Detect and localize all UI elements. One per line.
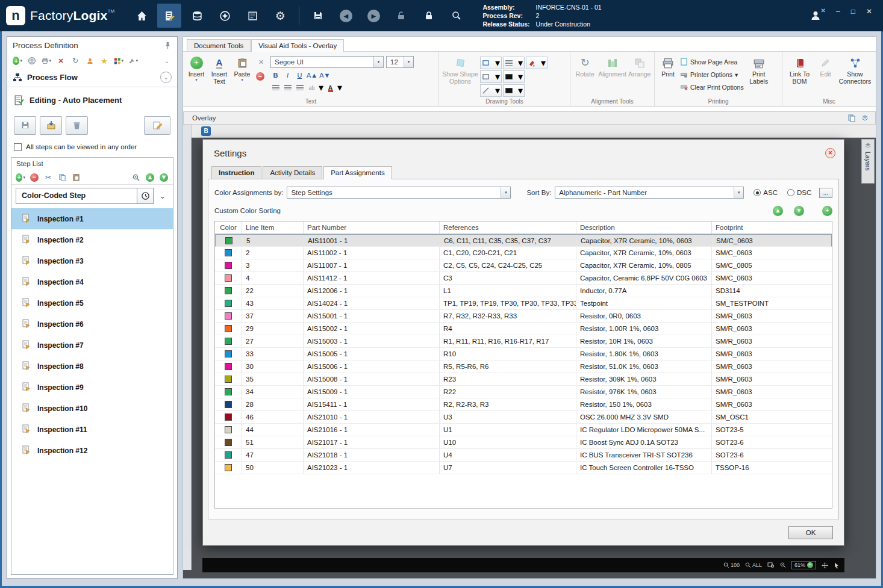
ok-button[interactable]: OK (788, 526, 833, 539)
font-family-select[interactable]: Segoe UI ▾ (270, 56, 384, 68)
table-row[interactable]: 28AIS15411 - 1R2, R2-R3, R3Resistor, 150… (215, 398, 832, 411)
tab-activity-details[interactable]: Activity Details (263, 166, 322, 179)
table-row[interactable]: 37AIS15001 - 1R7, R32, R32-R33, R33Resis… (215, 310, 832, 323)
delete-button[interactable]: ✕ (56, 56, 66, 66)
edit-button[interactable]: Edit (815, 54, 837, 78)
insert-button[interactable]: + Insert ▾ (186, 54, 207, 82)
table-row[interactable]: 27AIS15003 - 1R1, R11, R11, R16, R16-R17… (215, 335, 832, 348)
copy-step-button[interactable] (57, 173, 67, 182)
line-style-select[interactable]: ▾ (480, 84, 502, 97)
table-row[interactable]: 2AIS11002 - 1C1, C20, C20-C21, C21Capaci… (215, 247, 832, 259)
palette-button[interactable]: ▾ (114, 56, 123, 66)
table-row[interactable]: 46AIS21010 - 1U3OSC 26.000 MHZ 3.3V SMDS… (215, 411, 832, 424)
arrange-button[interactable]: Arrange (628, 54, 652, 78)
column-header-part-number[interactable]: Part Number (304, 221, 440, 234)
pin-icon[interactable] (164, 42, 172, 49)
step-item[interactable]: Inspection #11 (11, 419, 173, 440)
color-swatch[interactable] (225, 363, 232, 370)
step-item[interactable]: Inspection #2 (11, 229, 173, 250)
column-header-description[interactable]: Description (576, 221, 712, 234)
fill-color-select[interactable]: ▾ (503, 70, 525, 83)
line-color-select[interactable]: ▾ (503, 84, 525, 97)
timer-button[interactable] (137, 188, 153, 203)
table-row[interactable]: 35AIS15008 - 1R23Resistor, 309K 1%, 0603… (215, 373, 832, 386)
order-checkbox[interactable] (14, 143, 22, 151)
zoom-all-button[interactable]: ALL (745, 562, 762, 568)
documents-button[interactable] (240, 4, 264, 28)
board-chip[interactable]: B (201, 126, 211, 136)
step-type-select[interactable]: Color-Coded Step (16, 188, 154, 204)
step-item[interactable]: Inspection #5 (11, 292, 173, 314)
color-swatch[interactable] (225, 249, 232, 256)
color-swatch[interactable] (225, 376, 232, 383)
minimize-button[interactable]: – (836, 7, 840, 16)
collapse-section-icon[interactable]: ⌄ (160, 72, 172, 83)
move-step-up-button[interactable]: ▲ (145, 173, 155, 182)
move-step-down-button[interactable]: ▼ (159, 173, 169, 182)
step-item[interactable]: Inspection #6 (11, 314, 173, 335)
unlock-button[interactable] (389, 4, 413, 28)
add-color-button[interactable]: + (822, 206, 832, 216)
collapse-toolbar-button[interactable]: ⌄ (162, 56, 172, 66)
column-header-line-item[interactable]: Line Item (242, 221, 304, 234)
step-item[interactable]: Inspection #7 (11, 335, 173, 356)
dsc-radio-group[interactable]: DSC (787, 189, 811, 196)
table-row[interactable]: 3AIS11007 - 1C2, C5, C5, C24, C24-C25, C… (215, 259, 832, 272)
print-button-ribbon[interactable]: Print (657, 54, 679, 78)
move-color-down-button[interactable]: ▼ (794, 206, 804, 216)
column-header-footprint[interactable]: Footprint (712, 221, 832, 234)
release-check-button[interactable] (445, 4, 469, 28)
zoom-region-button[interactable] (767, 562, 775, 568)
color-swatch[interactable] (225, 287, 232, 294)
color-swatch[interactable] (225, 338, 232, 345)
table-row[interactable]: 50AIS21023 - 1U7IC Touch Screen Controll… (215, 462, 832, 474)
zoom-level-control[interactable]: 61% − (791, 561, 816, 569)
cut-step-button[interactable]: ✂ (43, 173, 53, 182)
table-row[interactable]: 33AIS15005 - 1R10Resistor, 1.80K 1%, 060… (215, 348, 832, 361)
shrink-font-button[interactable]: A▼ (319, 70, 330, 80)
process-editor-button[interactable] (157, 4, 181, 28)
dialog-close-button[interactable]: ✕ (825, 148, 835, 158)
find-step-button[interactable] (131, 173, 141, 182)
home-button[interactable] (129, 4, 154, 28)
collapsed-splitter[interactable] (183, 125, 192, 570)
move-color-up-button[interactable]: ▲ (773, 206, 783, 216)
tab-instruction[interactable]: Instruction (211, 166, 261, 179)
settings-button[interactable]: ⚙ (268, 4, 292, 28)
navigator-button[interactable] (213, 4, 237, 28)
bold-button[interactable]: B (270, 70, 281, 80)
table-row[interactable]: 34AIS15009 - 1R22Resistor, 976K 1%, 0603… (215, 386, 832, 398)
print-button[interactable]: ▾ (42, 56, 51, 66)
tab-part-assignments[interactable]: Part Assignments (323, 166, 392, 179)
align-left-button[interactable] (270, 82, 281, 93)
table-row[interactable]: 29AIS15002 - 1R4Resistor, 1.00R 1%, 0603… (215, 323, 832, 335)
save-step-button[interactable] (14, 116, 36, 135)
color-swatch[interactable] (225, 312, 232, 320)
color-swatch[interactable] (225, 401, 232, 408)
pan-button[interactable] (822, 562, 828, 569)
color-swatch[interactable] (225, 300, 232, 307)
color-swatch[interactable] (225, 464, 232, 471)
forward-button[interactable]: ▶ (361, 4, 385, 28)
rotate-button[interactable]: ↻ Rotate (573, 54, 598, 78)
printer-options-button[interactable]: Printer Options ▾ (680, 69, 744, 80)
zoom-100-button[interactable]: 100 (723, 562, 740, 568)
column-header-references[interactable]: References (440, 221, 576, 234)
lock-button[interactable] (417, 4, 441, 28)
color-swatch[interactable] (225, 274, 232, 282)
paste-button[interactable]: Paste ▾ (231, 54, 253, 82)
dsc-radio[interactable] (787, 189, 794, 196)
border-style-select[interactable]: ▾ (480, 70, 502, 83)
color-assignments-select[interactable]: Step Settings ▾ (287, 187, 511, 199)
color-swatch[interactable] (225, 388, 232, 395)
edit-step-button[interactable] (144, 116, 170, 135)
color-swatch[interactable] (225, 413, 232, 421)
color-swatch[interactable] (225, 426, 232, 433)
sort-by-select[interactable]: Alphanumeric - Part Number ▾ (555, 187, 744, 199)
step-item[interactable]: Inspection #12 (11, 440, 173, 461)
text-fill-select[interactable]: ▾ (526, 57, 548, 69)
color-swatch[interactable] (225, 262, 232, 269)
show-shape-options-button[interactable]: Show Shape Options (442, 54, 479, 85)
color-swatch[interactable] (225, 350, 232, 357)
select-cursor-button[interactable] (834, 562, 840, 569)
